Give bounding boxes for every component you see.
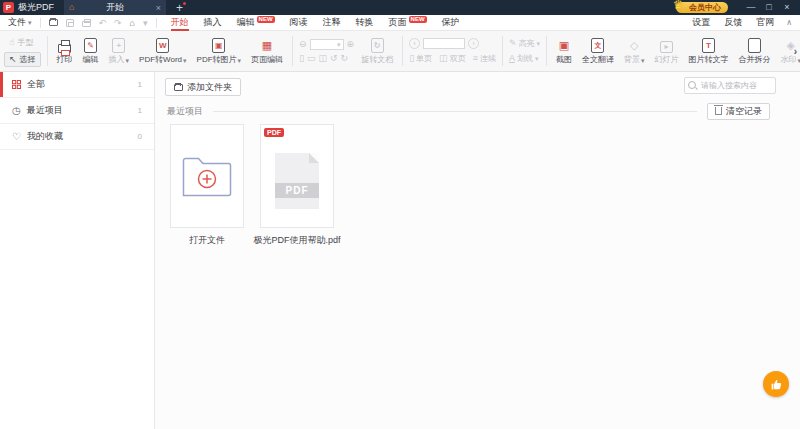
- page-edit-button[interactable]: ▦ 页面编辑: [246, 32, 288, 70]
- rotate-left-icon: ↺: [330, 54, 338, 63]
- screenshot-icon: ▣: [557, 38, 570, 53]
- new-badge: NEW: [257, 16, 275, 23]
- divider: [156, 18, 157, 28]
- minimize-button[interactable]: —: [742, 0, 760, 15]
- maximize-button[interactable]: □: [760, 0, 778, 15]
- search-box[interactable]: [684, 77, 776, 94]
- continuous-label: 连续: [480, 53, 496, 64]
- window-controls: — □ ×: [742, 0, 796, 15]
- merge-split-button[interactable]: 合并拆分: [733, 32, 775, 70]
- tab-insert[interactable]: 插入: [204, 15, 222, 31]
- pdf-icon-text: PDF: [275, 183, 319, 198]
- open-file-icon[interactable]: [49, 19, 58, 26]
- pdf-help-card[interactable]: PDF PDF: [260, 124, 334, 228]
- tab-label: 页面: [389, 16, 407, 29]
- tab-read[interactable]: 阅读: [290, 15, 308, 31]
- chevron-down-icon: ▾: [536, 40, 540, 48]
- grid-glyph: ▦: [262, 40, 272, 51]
- t-glyph: T: [706, 42, 711, 50]
- continuous-view-button: ≡连续: [473, 53, 496, 64]
- pencil-glyph: ✎: [87, 42, 94, 50]
- translate-label: 全文翻译: [582, 56, 614, 64]
- select-tool-button[interactable]: ↖ 选择: [4, 52, 41, 67]
- ocr-icon: T: [702, 38, 715, 53]
- insert-button: + 插入▾: [104, 32, 135, 70]
- chevron-down-icon: ▾: [238, 57, 242, 64]
- zoom-level-select: ▾: [310, 39, 344, 50]
- print-label: 打印: [57, 56, 73, 64]
- page-navigation-group: ‹ › ▯单页 ◫双页 ≡连续: [407, 38, 498, 64]
- tab-label: 注释: [323, 16, 341, 29]
- menu-bar: 文件 ▾ ↶ ↷ ⌂ ▾ 开始 插入 编辑NEW 阅读 注释 转换 页面NEW …: [0, 15, 800, 31]
- double-page-view-button: ◫双页: [439, 53, 466, 64]
- image-to-text-button[interactable]: T 图片转文字: [683, 32, 733, 70]
- feedback-fab-button[interactable]: [763, 371, 789, 397]
- divider: [502, 36, 503, 66]
- hand-tool-button[interactable]: ☝ 手型: [4, 35, 41, 50]
- insert-icon: +: [112, 38, 125, 53]
- translate-button[interactable]: 文 全文翻译: [577, 32, 619, 70]
- collapse-ribbon-icon[interactable]: ∧: [786, 18, 792, 27]
- pdf-to-word-button[interactable]: W PDF转Word▾: [134, 32, 191, 70]
- tab-page[interactable]: 页面NEW: [389, 15, 427, 31]
- website-link[interactable]: 官网: [756, 16, 774, 29]
- home-quick-icon[interactable]: ⌂: [130, 18, 135, 28]
- clear-records-label: 清空记录: [726, 105, 762, 118]
- pdf-document-icon: PDF: [275, 153, 319, 209]
- close-window-button[interactable]: ×: [778, 0, 796, 15]
- divider: [47, 36, 48, 66]
- slideshow-button: ▸ 幻灯片: [649, 32, 683, 70]
- ribbon-tabs: 开始 插入 编辑NEW 阅读 注释 转换 页面NEW 保护: [171, 15, 460, 31]
- tab-label: 插入: [204, 16, 222, 29]
- tab-edit[interactable]: 编辑NEW: [237, 15, 275, 31]
- folder-plus-icon: [181, 154, 233, 198]
- underline-icon: A: [509, 54, 515, 63]
- pdf-card-wrap: PDF PDF 极光PDF使用帮助.pdf: [260, 124, 334, 247]
- settings-link[interactable]: 设置: [692, 16, 710, 29]
- highlight-label: 高亮: [518, 38, 534, 49]
- previous-page-icon: ‹: [409, 38, 420, 49]
- continuous-icon: ≡: [473, 54, 478, 63]
- fit-page-icon: ▭: [307, 54, 316, 63]
- pdf-file-label: 极光PDF使用帮助.pdf: [253, 234, 340, 247]
- tab-protect[interactable]: 保护: [442, 15, 460, 31]
- chevron-down-icon: ▾: [641, 57, 645, 64]
- new-tab-button[interactable]: +: [176, 2, 183, 14]
- tab-label: 开始: [78, 1, 151, 14]
- tab-start[interactable]: 开始: [171, 15, 189, 31]
- print-button[interactable]: 打印: [52, 32, 78, 70]
- feedback-link[interactable]: 反馈: [724, 16, 742, 29]
- tab-annotate[interactable]: 注释: [323, 15, 341, 31]
- tab-label: 开始: [171, 16, 189, 29]
- pdf-to-image-label: PDF转图片: [197, 56, 237, 64]
- background-label: 背景: [624, 56, 640, 64]
- customize-toolbar-icon[interactable]: ▾: [143, 18, 148, 28]
- member-center-button[interactable]: ♛ 会员中心: [676, 2, 728, 13]
- sidebar-item-all[interactable]: 全部 1: [0, 72, 154, 98]
- divider: [292, 36, 293, 66]
- pdf-to-image-button[interactable]: ▣ PDF转图片▾: [192, 32, 247, 70]
- save-icon: [66, 19, 74, 27]
- close-tab-icon[interactable]: ×: [156, 3, 161, 13]
- rotate-document-button: ↻ 旋转文档: [356, 32, 398, 70]
- trash-icon: [715, 107, 722, 115]
- clear-records-button[interactable]: 清空记录: [707, 103, 770, 120]
- item-count: 1: [138, 80, 142, 89]
- edit-button[interactable]: ✎ 编辑: [78, 32, 104, 70]
- file-menu[interactable]: 文件 ▾: [8, 16, 32, 29]
- chevron-down-icon: ▾: [535, 55, 539, 63]
- rotate-right-icon: ↻: [341, 54, 349, 63]
- tab-convert[interactable]: 转换: [356, 15, 374, 31]
- double-page-icon: ◫: [439, 54, 448, 63]
- screenshot-button[interactable]: ▣ 截图: [551, 32, 577, 70]
- menu-right-links: 设置 反馈 官网: [692, 16, 774, 29]
- sidebar-item-favorites[interactable]: ♡ 我的收藏 0: [0, 124, 154, 150]
- document-tab-home[interactable]: ⌂ 开始 ×: [64, 0, 166, 15]
- search-input[interactable]: [701, 78, 775, 93]
- sidebar-item-recent[interactable]: ◷ 最近项目 1: [0, 98, 154, 124]
- underline-button: A 划线 ▾: [509, 53, 540, 64]
- open-file-card[interactable]: [170, 124, 244, 228]
- add-folder-button[interactable]: 添加文件夹: [165, 78, 241, 96]
- clock-icon: ◷: [12, 106, 21, 116]
- toolbar-overflow-button[interactable]: ›: [794, 46, 797, 57]
